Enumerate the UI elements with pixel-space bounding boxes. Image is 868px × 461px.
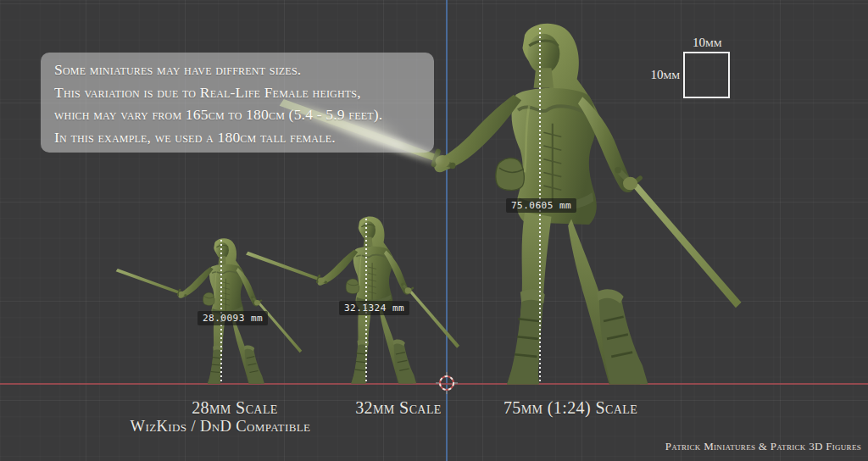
measure-label-75mm: 75.0605 mm <box>506 198 576 213</box>
reference-square-top-label: 10mm <box>693 36 722 50</box>
info-line-1: Some miniatures may have diffrent sizes. <box>54 58 420 81</box>
3d-cursor-icon <box>435 371 459 395</box>
reference-square-10mm[interactable] <box>683 52 730 98</box>
reference-square-side-label: 10mm <box>646 68 680 82</box>
info-box: Some miniatures may have diffrent sizes.… <box>41 53 434 153</box>
info-line-4: In this example, we used a 180cm tall fe… <box>54 126 420 149</box>
scale-label-32mm: 32mm Scale <box>355 398 442 418</box>
info-line-3: which may vary from 165cm to 180cm (5.4 … <box>54 103 420 126</box>
info-line-2: This variation is due to Real-Life Femal… <box>54 81 420 104</box>
scale-label-28mm-compat: WizKids / DnD Compatible <box>131 418 311 436</box>
scale-label-28mm: 28mm Scale <box>192 398 278 418</box>
measure-label-32mm: 32.1324 mm <box>339 301 409 315</box>
measure-label-28mm: 28.0093 mm <box>198 311 268 325</box>
scale-label-75mm: 75mm (1:24) Scale <box>504 398 637 418</box>
credit-text: Patrick Miniatures & Patrick 3D Figures <box>665 440 861 453</box>
viewport-canvas[interactable]: 28.0093 mm 32.1324 mm 75.0605 mm Some mi… <box>0 0 868 461</box>
